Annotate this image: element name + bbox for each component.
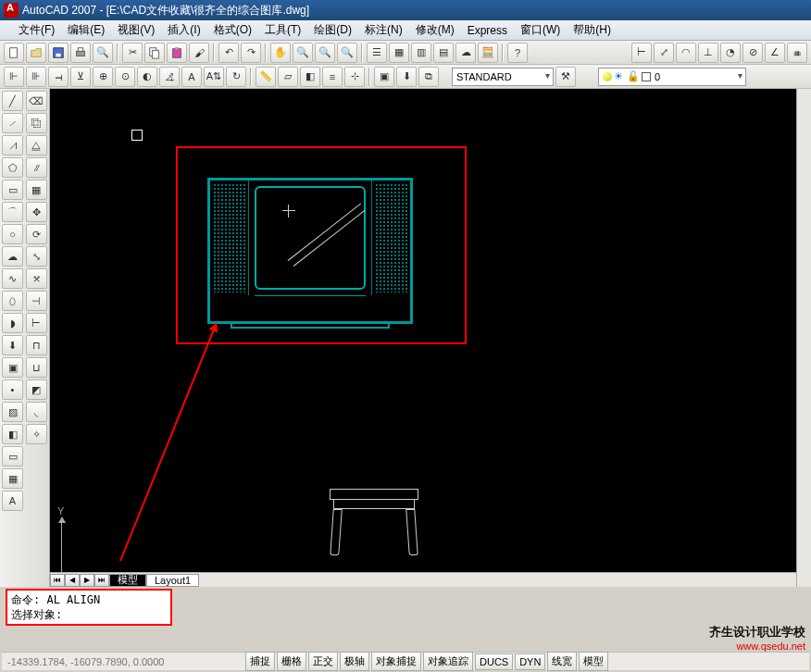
mirror-icon[interactable]: ⧋ (26, 135, 47, 156)
tab-prev-icon[interactable]: ◀ (65, 574, 80, 587)
dim-arc-icon[interactable]: ◠ (676, 43, 696, 63)
menu-edit[interactable]: 编辑(E) (62, 20, 110, 40)
break-icon[interactable]: ⊓ (26, 335, 47, 355)
makeblk-icon[interactable]: ▣ (2, 357, 23, 378)
tab-layout1[interactable]: Layout1 (146, 574, 199, 587)
menu-express[interactable]: Express (462, 22, 513, 39)
status-otrack[interactable]: 对象追踪 (423, 652, 473, 671)
arc-icon[interactable]: ⌒ (2, 202, 23, 222)
stretch-icon[interactable]: ⤧ (26, 268, 47, 289)
dimupdate-icon[interactable]: ↻ (226, 67, 246, 87)
cut-icon[interactable]: ✂ (122, 43, 143, 63)
menu-modify[interactable]: 修改(M) (410, 20, 460, 40)
calc-icon[interactable]: 🧮 (478, 43, 498, 63)
dim-inspect-icon[interactable]: ◐ (137, 67, 157, 87)
dim-aligned-icon[interactable]: ⤢ (654, 43, 674, 63)
offset-icon[interactable]: ⫽ (26, 157, 47, 178)
status-ducs[interactable]: DUCS (475, 653, 513, 670)
zoom-window-icon[interactable]: 🔍 (315, 43, 335, 63)
tolerance-icon[interactable]: ⊕ (93, 67, 113, 87)
toolpal-icon[interactable]: ▥ (411, 43, 431, 63)
table-icon[interactable]: ▦ (2, 468, 23, 489)
xline-icon[interactable]: ⟋ (2, 113, 23, 133)
horizontal-scrollbar[interactable]: ⏮ ◀ ▶ ⏭ 模型 Layout1 (50, 572, 796, 587)
sheetset-icon[interactable]: ▤ (433, 43, 454, 63)
tab-model[interactable]: 模型 (109, 574, 146, 587)
undo-icon[interactable]: ↶ (218, 43, 239, 63)
dim-diameter-icon[interactable]: ⊘ (742, 43, 763, 63)
menu-insert[interactable]: 插入(I) (162, 20, 206, 40)
menu-help[interactable]: 帮助(H) (568, 20, 617, 40)
dim-baseline-icon[interactable]: ⊩ (4, 67, 24, 87)
block-icon[interactable]: ▣ (374, 67, 394, 87)
pline-icon[interactable]: ⩘ (2, 135, 23, 156)
copy-icon[interactable] (144, 43, 165, 63)
menu-draw[interactable]: 绘图(D) (308, 20, 357, 40)
dim-linear-icon[interactable]: ⊢ (631, 43, 652, 63)
join-icon[interactable]: ⊔ (26, 357, 47, 378)
dimstyle-combo[interactable]: STANDARD (452, 68, 554, 86)
status-osnap[interactable]: 对象捕捉 (371, 652, 421, 671)
hatch-icon[interactable]: ▨ (2, 402, 23, 422)
dim-tedit-icon[interactable]: A⇅ (204, 67, 224, 87)
menu-file[interactable]: 文件(F) (13, 20, 60, 40)
extend-icon[interactable]: ⊢ (26, 313, 47, 333)
menu-view[interactable]: 视图(V) (112, 20, 160, 40)
fillet-icon[interactable]: ◟ (26, 402, 47, 422)
status-ortho[interactable]: 正交 (308, 652, 338, 671)
match-prop-icon[interactable]: 🖌 (189, 43, 209, 63)
region2-icon[interactable]: ▭ (2, 446, 23, 467)
dim-break-icon[interactable]: ⊻ (70, 67, 91, 87)
menu-format[interactable]: 格式(O) (208, 20, 257, 40)
dim-radius-icon[interactable]: ◔ (720, 43, 741, 63)
pan-icon[interactable]: ✋ (270, 43, 291, 63)
revcloud-icon[interactable]: ☁ (2, 246, 23, 267)
copy2-icon[interactable]: ⿻ (26, 113, 47, 133)
ellipsearc-icon[interactable]: ◗ (2, 313, 23, 333)
rotate-icon[interactable]: ⟳ (26, 224, 47, 244)
redo-icon[interactable]: ↷ (241, 43, 261, 63)
zoom-rt-icon[interactable]: 🔍 (293, 43, 313, 63)
markup-icon[interactable]: ☁ (455, 43, 476, 63)
properties-icon[interactable]: ☰ (367, 43, 387, 63)
menu-dimension[interactable]: 标注(N) (359, 20, 408, 40)
status-grid[interactable]: 栅格 (277, 652, 306, 671)
dim-angular-icon[interactable]: ∠ (765, 43, 785, 63)
spline-icon[interactable]: ∿ (2, 268, 23, 289)
command-window[interactable]: 命令: AL ALIGN 选择对象: (6, 589, 172, 626)
tab-first-icon[interactable]: ⏮ (50, 574, 65, 587)
explode-icon[interactable]: ✧ (26, 424, 47, 444)
status-model[interactable]: 模型 (579, 652, 608, 671)
insert-icon[interactable]: ⬇ (396, 67, 417, 87)
polygon-icon[interactable]: ⬠ (2, 157, 23, 178)
line-icon[interactable]: ╱ (2, 91, 23, 111)
save-icon[interactable] (48, 43, 69, 63)
distance-icon[interactable]: 📏 (256, 67, 276, 87)
status-lwt[interactable]: 线宽 (547, 652, 577, 671)
tab-next-icon[interactable]: ▶ (80, 574, 94, 587)
mtext-icon[interactable]: A (2, 491, 23, 511)
dim-edit-icon[interactable]: A (181, 67, 202, 87)
dim-continue-icon[interactable]: ⊪ (26, 67, 46, 87)
move-icon[interactable]: ✥ (26, 202, 47, 222)
open-icon[interactable] (26, 43, 46, 63)
status-polar[interactable]: 极轴 (340, 652, 369, 671)
tab-last-icon[interactable]: ⏭ (94, 574, 109, 587)
drawing-canvas[interactable]: X Y ⏮ ◀ ▶ ⏭ 模型 Layout1 (50, 89, 811, 587)
region-icon[interactable]: ◧ (300, 67, 320, 87)
dcenter-icon[interactable]: ▦ (389, 43, 409, 63)
dim-jogged-icon[interactable]: ⦨ (159, 67, 180, 87)
dim-quick-icon[interactable]: ⩩ (787, 43, 807, 63)
area-icon[interactable]: ▱ (278, 67, 298, 87)
zoom-prev-icon[interactable]: 🔍 (337, 43, 357, 63)
vertical-scrollbar[interactable] (796, 89, 811, 587)
centermark-icon[interactable]: ⊙ (115, 67, 135, 87)
chamfer-icon[interactable]: ◩ (26, 380, 47, 400)
status-dyn[interactable]: DYN (515, 653, 545, 670)
id-icon[interactable]: ⊹ (344, 67, 365, 87)
circle-icon[interactable]: ○ (2, 224, 23, 244)
xref-icon[interactable]: ⧉ (418, 67, 439, 87)
layer-combo[interactable]: ☀ 🔓 0 (598, 68, 746, 86)
insertblk-icon[interactable]: ⬇ (2, 335, 23, 355)
trim-icon[interactable]: ⊣ (26, 291, 47, 311)
